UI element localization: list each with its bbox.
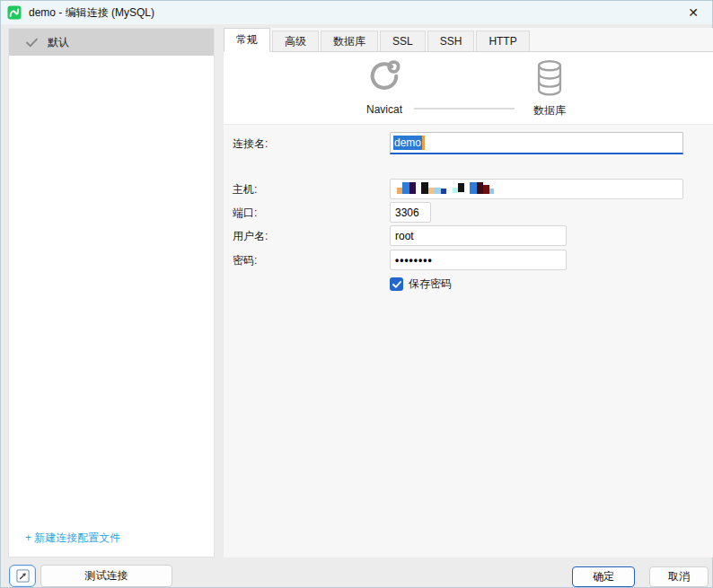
tab-ssh[interactable]: SSH (427, 31, 475, 51)
redacted-block (446, 182, 453, 194)
navicat-app-icon (7, 5, 22, 20)
redacted-block (409, 182, 416, 194)
port-input[interactable] (390, 202, 431, 223)
tab-ssl[interactable]: SSL (380, 31, 426, 51)
database-icon (530, 58, 569, 98)
new-connection-profile-link[interactable]: + 新建连接配置文件 (25, 531, 120, 546)
port-label: 端口: (233, 206, 257, 221)
window-title: demo - 编辑连接 (MySQL) (29, 5, 154, 21)
connection-name-label: 连接名: (233, 136, 268, 152)
edit-connection-dialog: demo - 编辑连接 (MySQL) ✕ 默认 + 新建连接配置文件 常规高级… (0, 0, 713, 588)
save-password-checkbox[interactable] (390, 277, 403, 291)
password-input[interactable] (390, 250, 567, 270)
connection-name-input[interactable]: demo (390, 132, 683, 154)
selected-text: demo (393, 136, 422, 150)
pencil-note-icon (15, 568, 31, 584)
redacted-block (421, 182, 428, 194)
host-label: 主机: (233, 182, 257, 197)
text-caret (422, 136, 425, 150)
redacted-block (435, 188, 441, 194)
connection-line (414, 108, 515, 110)
save-password-label: 保存密码 (409, 276, 452, 292)
navicat-logo-icon (364, 58, 405, 98)
username-input[interactable] (390, 225, 567, 246)
redacted-block (470, 182, 477, 194)
ok-button[interactable]: 确定 (572, 566, 635, 587)
username-label: 用户名: (233, 229, 268, 244)
tab-general[interactable]: 常规 (224, 28, 270, 52)
redacted-block (483, 185, 489, 194)
database-endpoint: 数据库 (518, 58, 581, 118)
close-icon[interactable]: ✕ (674, 1, 712, 24)
profile-label: 默认 (48, 35, 69, 50)
tab-advanced[interactable]: 高级 (272, 31, 319, 51)
redacted-block (489, 189, 494, 194)
connection-diagram: Navicat 数据库 (224, 52, 713, 125)
database-endpoint-label: 数据库 (518, 103, 581, 118)
navicat-endpoint: Navicat (353, 58, 416, 116)
redacted-block (477, 182, 483, 194)
test-connection-button[interactable]: 测试连接 (40, 565, 172, 587)
edit-note-button[interactable] (9, 565, 36, 587)
redacted-host-value (394, 182, 494, 196)
host-input[interactable] (390, 179, 683, 199)
save-password-row: 保存密码 (390, 276, 452, 292)
tab-strip: 常规高级数据库SSLSSHHTTP (224, 28, 713, 52)
password-label: 密码: (233, 253, 257, 268)
tab-databases[interactable]: 数据库 (321, 31, 378, 51)
connection-settings-panel: 常规高级数据库SSLSSHHTTP Navicat 数据库 (224, 28, 713, 557)
redacted-block (402, 182, 409, 194)
navicat-endpoint-label: Navicat (353, 103, 416, 116)
redacted-block (458, 183, 464, 192)
sidebar-item-default-profile[interactable]: 默认 (9, 29, 214, 56)
checkmark-icon (26, 38, 38, 48)
profile-sidebar: 默认 + 新建连接配置文件 (8, 28, 215, 557)
tab-http[interactable]: HTTP (476, 31, 529, 51)
redacted-block (428, 188, 435, 194)
cancel-button[interactable]: 取消 (649, 566, 709, 587)
titlebar: demo - 编辑连接 (MySQL) ✕ (1, 1, 712, 24)
